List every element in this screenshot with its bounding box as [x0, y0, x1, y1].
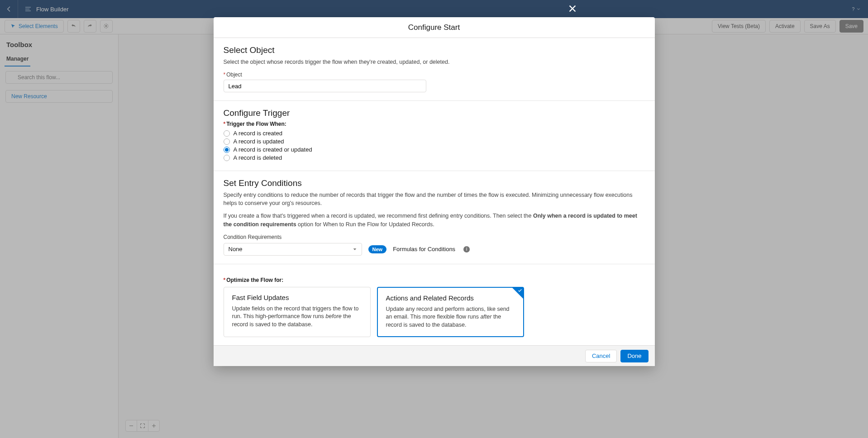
trigger-option[interactable]: A record is created: [224, 130, 645, 137]
section-configure-trigger: Configure Trigger Trigger the Flow When:…: [214, 101, 655, 171]
trigger-option-label: A record is deleted: [234, 154, 282, 161]
done-button[interactable]: Done: [620, 350, 648, 362]
section-select-object: Select Object Select the object whose re…: [214, 38, 655, 101]
close-icon: [568, 4, 577, 14]
trigger-option[interactable]: A record is deleted: [224, 154, 645, 161]
entry-conditions-heading: Set Entry Conditions: [224, 178, 645, 188]
new-pill: New: [368, 245, 387, 253]
c2-em: after: [480, 314, 491, 320]
chevron-down-icon: [353, 247, 357, 252]
c1-em: before: [325, 313, 341, 319]
condition-requirements-combobox[interactable]: None: [224, 243, 362, 256]
radio-button[interactable]: [224, 130, 230, 137]
configure-start-modal: Configure Start Select Object Select the…: [214, 17, 655, 366]
optimize-label: Optimize the Flow for:: [224, 277, 645, 283]
trigger-when-label: Trigger the Flow When:: [224, 121, 645, 127]
opt-card2-desc: Update any record and perform actions, l…: [386, 305, 515, 329]
entry-conditions-desc2: If you create a flow that's triggered wh…: [224, 212, 645, 228]
object-input[interactable]: [224, 80, 426, 92]
entry-desc2-pre: If you create a flow that's triggered wh…: [224, 213, 533, 219]
select-object-heading: Select Object: [224, 45, 645, 55]
optimize-card-fast-field-updates[interactable]: Fast Field Updates Update fields on the …: [224, 287, 371, 338]
opt-card1-title: Fast Field Updates: [232, 294, 362, 301]
modal-footer: Cancel Done: [214, 345, 655, 366]
trigger-option[interactable]: A record is created or updated: [224, 146, 645, 153]
modal-title: Configure Start: [214, 17, 655, 38]
condition-requirements-label: Condition Requirements: [224, 234, 645, 240]
trigger-option[interactable]: A record is updated: [224, 138, 645, 145]
select-object-desc: Select the object whose records trigger …: [224, 58, 645, 66]
trigger-option-label: A record is updated: [234, 138, 284, 145]
object-label: Object: [224, 71, 645, 78]
info-icon[interactable]: i: [463, 246, 470, 252]
section-entry-conditions: Set Entry Conditions Specify entry condi…: [214, 171, 655, 264]
modal-close-button[interactable]: [568, 4, 578, 14]
radio-button[interactable]: [224, 147, 230, 153]
cancel-button[interactable]: Cancel: [585, 350, 617, 362]
opt-card2-title: Actions and Related Records: [386, 294, 515, 302]
trigger-option-label: A record is created or updated: [234, 146, 312, 153]
trigger-option-label: A record is created: [234, 130, 282, 137]
selected-corner: [512, 288, 523, 299]
radio-button[interactable]: [224, 138, 230, 145]
configure-trigger-heading: Configure Trigger: [224, 108, 645, 118]
radio-button[interactable]: [224, 155, 230, 161]
formulas-label: Formulas for Conditions: [393, 246, 455, 252]
opt-card1-desc: Update fields on the record that trigger…: [232, 305, 362, 329]
condition-requirements-value: None: [229, 246, 243, 252]
entry-conditions-desc1: Specify entry conditions to reduce the n…: [224, 191, 645, 207]
entry-desc2-post: option for When to Run the Flow for Upda…: [296, 221, 434, 228]
optimize-card-actions-related-records[interactable]: Actions and Related Records Update any r…: [377, 287, 524, 338]
section-optimize: Optimize the Flow for: Fast Field Update…: [214, 264, 655, 346]
check-icon: [518, 288, 522, 293]
